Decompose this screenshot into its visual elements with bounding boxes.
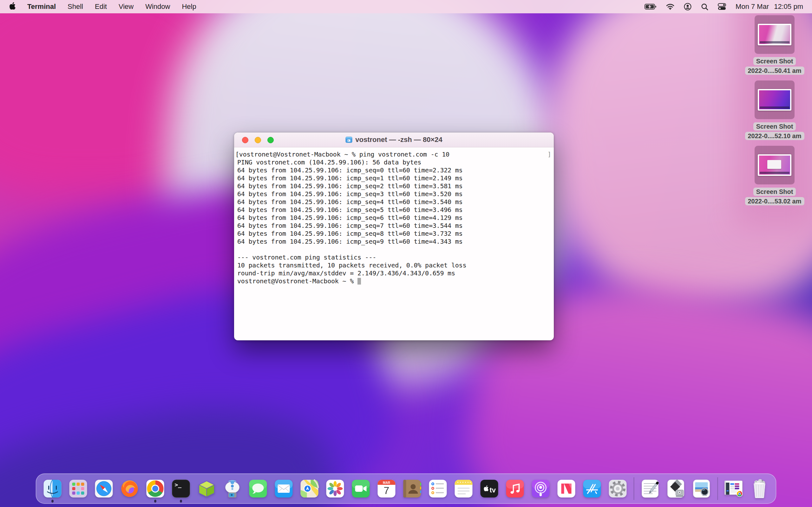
icon-label: 2022-0....53.02 am <box>745 197 804 205</box>
terminal-line: 64 bytes from 104.25.99.106: icmp_seq=6 … <box>237 214 551 222</box>
icon-label: Screen Shot <box>753 57 796 65</box>
dock-firefox-icon[interactable] <box>120 479 140 498</box>
terminal-line: 64 bytes from 104.25.99.106: icmp_seq=2 … <box>237 182 551 190</box>
menu-help[interactable]: Help <box>182 3 196 11</box>
icon-selection-box <box>755 15 795 54</box>
dock-preview-icon[interactable] <box>692 479 711 498</box>
terminal-line: 64 bytes from 104.25.99.106: icmp_seq=8 … <box>237 230 551 238</box>
screenshot-thumbnail <box>758 24 792 45</box>
desktop: { "menu_bar": { "active_app": "Terminal"… <box>0 0 812 507</box>
terminal-proxy-icon <box>345 136 352 143</box>
icon-label: Screen Shot <box>753 122 796 130</box>
menu-clock[interactable]: Mon 7 Mar 12:05 pm <box>735 3 803 11</box>
dock-divider <box>634 477 635 500</box>
dock-mail-icon[interactable] <box>274 479 294 498</box>
zoom-button[interactable] <box>267 137 274 143</box>
terminal-title-bar[interactable]: vostronet — -zsh — 80×24 <box>234 132 554 147</box>
terminal-line: 64 bytes from 104.25.99.106: icmp_seq=9 … <box>237 238 551 245</box>
screenshot-thumbnail <box>758 89 792 111</box>
dock-virtualbox-icon[interactable] <box>197 479 217 498</box>
dock-safari-icon[interactable] <box>94 479 114 498</box>
dock-trash-icon[interactable] <box>750 479 769 498</box>
close-button[interactable] <box>242 137 248 143</box>
terminal-line <box>237 245 551 253</box>
dock-apple-tv-icon[interactable]: tv <box>479 479 499 498</box>
menu-time: 12:05 pm <box>774 3 803 11</box>
dock-news-icon[interactable] <box>557 479 576 498</box>
terminal-line: [vostronet@Vostronet-Macbook ~ % ping vo… <box>235 151 551 158</box>
window-title: vostronet — -zsh — 80×24 <box>355 135 442 144</box>
dock-system-preferences-icon[interactable] <box>608 479 628 498</box>
terminal-line: 64 bytes from 104.25.99.106: icmp_seq=0 … <box>237 166 551 174</box>
dock: >_ <box>36 473 776 504</box>
running-indicator <box>180 500 182 503</box>
user-icon[interactable] <box>684 3 692 10</box>
dock-bootcamp-icon[interactable] <box>666 479 686 498</box>
terminal-cursor <box>357 278 361 285</box>
desktop-icon-screenshot-3[interactable]: Screen Shot 2022-0....53.02 am <box>752 146 797 205</box>
search-icon[interactable] <box>701 3 708 10</box>
terminal-line: 64 bytes from 104.25.99.106: icmp_seq=4 … <box>237 198 551 206</box>
dock-messages-icon[interactable] <box>248 479 268 498</box>
terminal-line: 10 packets transmitted, 10 packets recei… <box>237 262 551 269</box>
svg-text:tv: tv <box>490 486 496 494</box>
dock-launchpad-icon[interactable] <box>68 479 88 498</box>
minimize-button[interactable] <box>255 137 261 143</box>
dock-app-store-icon[interactable] <box>582 479 602 498</box>
dock-minimized-chrome-window[interactable] <box>724 479 744 498</box>
dock-reminders-icon[interactable] <box>428 479 448 498</box>
wifi-icon[interactable] <box>666 3 674 10</box>
screenshot-thumbnail <box>758 154 792 176</box>
terminal-line: --- vostronet.com ping statistics --- <box>237 253 551 262</box>
icon-selection-box <box>755 80 795 119</box>
menu-window[interactable]: Window <box>145 3 170 11</box>
icon-label: 2022-0....50.41 am <box>745 66 804 75</box>
dock-photos-icon[interactable] <box>325 479 345 498</box>
terminal-line: PING vostronet.com (104.25.99.106): 56 d… <box>237 158 551 166</box>
dock-terminal-icon[interactable]: >_ <box>171 479 191 498</box>
menu-date: Mon 7 Mar <box>735 3 769 11</box>
terminal-line: 64 bytes from 104.25.99.106: icmp_seq=5 … <box>237 206 551 214</box>
icon-label: 2022-0....52.10 am <box>745 132 804 140</box>
dock-textedit-icon[interactable] <box>641 479 660 498</box>
menu-bar: Terminal Shell Edit View Window Help <box>0 0 812 13</box>
svg-text:>_: >_ <box>175 481 182 488</box>
dock-chrome-icon[interactable] <box>146 479 165 498</box>
desktop-icon-screenshot-2[interactable]: Screen Shot 2022-0....52.10 am <box>752 80 797 140</box>
apple-menu[interactable] <box>9 2 15 11</box>
dock-robot-app-icon[interactable] <box>223 479 242 498</box>
icon-label: Screen Shot <box>753 187 796 196</box>
dock-facetime-icon[interactable] <box>351 479 371 498</box>
dock-notes-icon[interactable] <box>454 479 473 498</box>
dock-finder-icon[interactable] <box>43 479 62 498</box>
svg-text:MAR: MAR <box>383 481 391 485</box>
terminal-right-mark: ] <box>548 151 551 158</box>
terminal-line: 64 bytes from 104.25.99.106: icmp_seq=7 … <box>237 222 551 230</box>
menu-shell[interactable]: Shell <box>67 3 83 11</box>
menu-edit[interactable]: Edit <box>95 3 107 11</box>
terminal-prompt-line: vostronet@Vostronet-Macbook ~ % <box>237 277 551 285</box>
terminal-window: vostronet — -zsh — 80×24 ] [vostronet@Vo… <box>234 132 554 340</box>
apple-icon <box>9 2 15 9</box>
terminal-line: 64 bytes from 104.25.99.106: icmp_seq=3 … <box>237 190 551 198</box>
menu-app-name[interactable]: Terminal <box>27 3 56 11</box>
desktop-icon-column: Screen Shot 2022-0....50.41 am Screen Sh… <box>752 15 797 211</box>
control-center-icon[interactable] <box>718 3 726 10</box>
icon-selection-box <box>755 146 795 184</box>
dock-maps-icon[interactable] <box>300 479 319 498</box>
dock-podcasts-icon[interactable] <box>531 479 551 498</box>
dock-divider <box>717 477 718 500</box>
desktop-icon-screenshot-1[interactable]: Screen Shot 2022-0....50.41 am <box>752 15 797 75</box>
terminal-line: 64 bytes from 104.25.99.106: icmp_seq=1 … <box>237 174 551 182</box>
dock-calendar-icon[interactable]: MAR 7 <box>377 479 397 498</box>
svg-text:7: 7 <box>384 485 390 496</box>
dock-contacts-icon[interactable] <box>403 479 422 498</box>
dock-music-icon[interactable] <box>505 479 525 498</box>
running-indicator <box>51 500 54 503</box>
terminal-content[interactable]: ] [vostronet@Vostronet-Macbook ~ % ping … <box>234 147 554 340</box>
menu-view[interactable]: View <box>119 3 134 11</box>
terminal-line: round-trip min/avg/max/stddev = 2.149/3.… <box>237 269 551 277</box>
running-indicator <box>154 500 156 503</box>
battery-charging-icon[interactable] <box>645 3 657 10</box>
